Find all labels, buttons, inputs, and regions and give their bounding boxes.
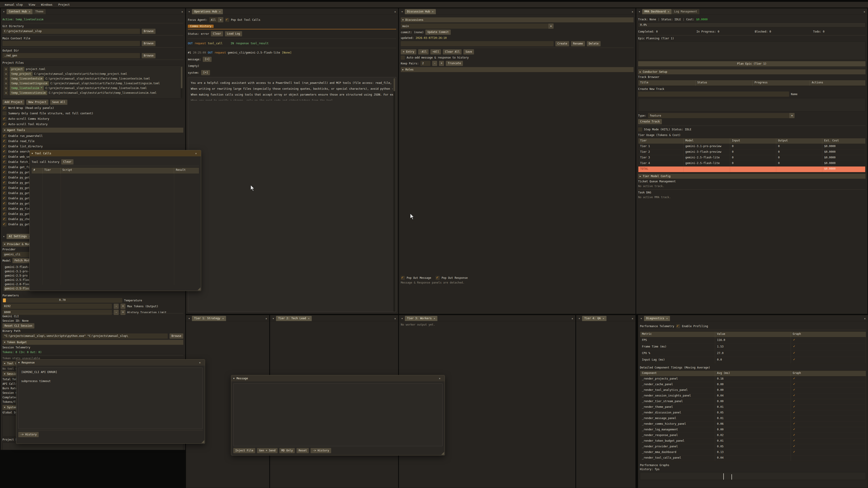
tool-checkbox[interactable]	[2, 160, 6, 164]
file-tag-chip[interactable]: temp_liveaisettingssim	[10, 81, 49, 86]
keep-pairs-input[interactable]: 2	[421, 61, 430, 66]
menu-item[interactable]: Windows	[38, 3, 55, 6]
plan-epic-button[interactable]: Plan Epic (Tier 1)	[638, 61, 866, 66]
menu-item[interactable]: Project	[55, 3, 73, 6]
pop-out-tool-calls-checkbox[interactable]	[225, 18, 229, 22]
tool-checkbox[interactable]	[2, 170, 6, 174]
scrollbar[interactable]	[393, 78, 395, 312]
create-button[interactable]: Create	[555, 41, 569, 46]
remove-file-button[interactable]: x	[4, 76, 8, 81]
tool-checkbox[interactable]	[2, 144, 6, 149]
load-log-button[interactable]: Load Log	[225, 31, 242, 36]
track-type-combo[interactable]: feature▼	[648, 113, 795, 118]
message-input-box[interactable]	[233, 383, 442, 446]
resize-grip[interactable]	[202, 440, 204, 443]
close-icon[interactable]: ✕	[629, 9, 636, 14]
track-description-input[interactable]	[638, 98, 866, 111]
step-mode-checkbox[interactable]	[638, 127, 642, 131]
clear-tool-calls-button[interactable]: Clear	[61, 159, 73, 164]
tab-discussion-hub[interactable]: Discussion Hub✕	[405, 9, 436, 14]
tool-checkbox[interactable]	[2, 201, 6, 205]
close-icon[interactable]: ✕	[179, 9, 185, 14]
increment-button[interactable]: +	[439, 61, 444, 66]
track-name-input[interactable]	[638, 92, 789, 97]
remove-file-button[interactable]: x	[4, 81, 8, 86]
tool-checkbox[interactable]	[2, 186, 6, 190]
comms-entry[interactable]: #1 20:25:09 OUT request gemini_cli/gemin…	[188, 51, 396, 55]
close-icon[interactable]: ✕	[193, 151, 199, 156]
response-text-box[interactable]: [GEMINI_CLI API ERROR] subprocess timeou…	[18, 367, 203, 429]
tab-log-management[interactable]: Log Management	[672, 9, 700, 14]
system-prompt-box[interactable]: You are a helpful coding assistant with …	[188, 77, 396, 312]
close-icon[interactable]: ✕	[629, 316, 636, 321]
tool-checkbox[interactable]	[2, 155, 6, 159]
browse-button[interactable]: Browse	[142, 53, 156, 58]
agent-tools-header[interactable]: ▼Agent Tools	[2, 128, 183, 133]
close-icon[interactable]: ✕	[222, 317, 224, 320]
rename-button[interactable]: Rename	[571, 41, 585, 46]
file-tag-chip[interactable]: temp_livetoolssim *	[10, 86, 44, 90]
roles-header[interactable]: ▶Roles	[401, 67, 633, 72]
history-action-button[interactable]: Save	[463, 49, 474, 55]
option-checkbox[interactable]	[2, 122, 6, 126]
collapse-icon[interactable]: ▼	[233, 377, 235, 380]
collapse-icon[interactable]: ▼	[577, 316, 582, 321]
close-icon[interactable]: ✕	[569, 316, 575, 321]
close-icon[interactable]: ✕	[219, 10, 221, 13]
message-action-button[interactable]: Inject File	[233, 448, 255, 453]
tool-calls-titlebar[interactable]: ▼ Tool Calls ✕	[30, 150, 201, 156]
remove-file-button[interactable]: x	[4, 91, 8, 95]
close-icon[interactable]: ✕	[666, 317, 668, 320]
remove-file-button[interactable]: x	[4, 86, 8, 90]
tool-checkbox[interactable]	[2, 212, 6, 216]
discussion-combo[interactable]: main▼	[401, 24, 554, 29]
file-tag-chip[interactable]: project	[10, 67, 24, 71]
tool-checkbox[interactable]	[2, 217, 6, 221]
tool-checkbox[interactable]	[2, 175, 6, 180]
create-track-button[interactable]: Create Track	[638, 119, 662, 124]
main-context-file-input[interactable]	[2, 41, 140, 46]
tab-tier3-workers[interactable]: Tier 3: Workers✕	[405, 316, 437, 321]
collapse-icon[interactable]: ▼	[32, 152, 33, 155]
tier-model-config-header[interactable]: ▶Tier Model Config	[638, 174, 866, 179]
token-budget-header[interactable]: ▼Token Budget	[2, 340, 183, 345]
collapse-icon[interactable]: ▼	[639, 316, 644, 321]
browse-button[interactable]: Browse	[142, 41, 156, 46]
collapse-icon[interactable]: ▼	[271, 316, 276, 321]
close-icon[interactable]: ✕	[862, 316, 868, 321]
tool-checkbox[interactable]	[2, 134, 6, 138]
tab-diagnostics[interactable]: Diagnostics✕	[644, 316, 670, 321]
file-tag-chip[interactable]: temp_project	[10, 72, 33, 76]
tab-context-hub[interactable]: Context Hub✕	[6, 9, 33, 14]
tab-tier2-tech-lead[interactable]: Tier 2: Tech Lead✕	[276, 316, 312, 321]
auto-add-checkbox[interactable]	[401, 56, 405, 60]
response-titlebar[interactable]: ▼ Response ✕	[16, 359, 205, 365]
close-icon[interactable]: ✕	[668, 10, 669, 13]
remove-file-button[interactable]: x	[4, 67, 8, 71]
truncate-button[interactable]: Truncate	[446, 61, 463, 66]
menu-item[interactable]: View	[26, 3, 38, 6]
discussion-name-input[interactable]	[401, 41, 554, 46]
enable-profiling-checkbox[interactable]	[676, 324, 680, 328]
message-action-button[interactable]: Reset	[297, 448, 309, 453]
history-action-button[interactable]: -All	[418, 49, 429, 55]
tool-checkbox[interactable]	[2, 139, 6, 143]
history-action-button[interactable]: Clear All	[443, 49, 462, 55]
remove-file-button[interactable]: x	[4, 72, 8, 76]
scrollbar[interactable]	[181, 66, 183, 98]
expand-message-button[interactable]: [+]	[203, 57, 212, 62]
close-icon[interactable]: ✕	[29, 10, 30, 13]
collapse-icon[interactable]: ▼	[399, 316, 405, 321]
file-tag-chip[interactable]: temp_liveexecutionsim	[10, 91, 47, 95]
close-icon[interactable]: ✕	[197, 360, 203, 365]
git-directory-input[interactable]: C:\projects\manual_slop	[2, 29, 140, 34]
option-checkbox[interactable]	[2, 111, 6, 116]
epic-planning-input[interactable]	[638, 41, 866, 60]
collapse-icon[interactable]: ▼	[399, 9, 405, 14]
close-icon[interactable]: ✕	[308, 317, 310, 320]
tool-checkbox[interactable]	[2, 165, 6, 169]
message-action-button[interactable]: MD Only	[279, 448, 295, 453]
project-action-button[interactable]: Save All	[50, 100, 67, 105]
close-icon[interactable]: ✕	[437, 376, 442, 381]
reset-cli-session-button[interactable]: Reset CLI Session	[2, 323, 34, 328]
